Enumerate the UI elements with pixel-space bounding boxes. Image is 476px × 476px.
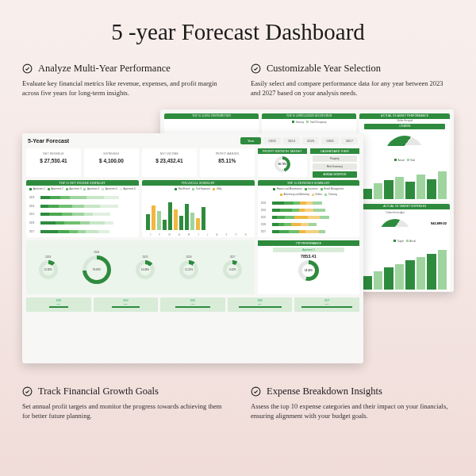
panel-income: TOP 10 NET INCOME SUMMARY Apartment 1Apa… — [26, 180, 139, 237]
feature-custom-year: Customizable Year Selection Easily selec… — [251, 63, 454, 98]
panel-budget: ACTUAL VS TARGET EXPENSES Under the budg… — [359, 204, 450, 291]
feature-desc: Set annual profit targets and monitor th… — [22, 401, 225, 421]
rent-summary-button[interactable]: Rent Summary — [313, 163, 357, 170]
feature-analyze: Analyze Multi-Year Performance Evaluate … — [22, 63, 225, 98]
kpi-expenses: EXPENSES $ 4,100.00 — [84, 148, 139, 177]
donut-icon: 38.78% — [274, 156, 290, 172]
feature-desc: Assess the top 10 expense categories and… — [251, 401, 454, 421]
feature-title: Expense Breakdown Insights — [267, 386, 382, 397]
page-title: 5 -year Forecast Dashboard — [22, 19, 454, 45]
progress-row: 202320%202430%202540%202650%202760% — [26, 298, 359, 312]
features-top: Analyze Multi-Year Performance Evaluate … — [22, 63, 454, 98]
feature-desc: Evaluate key financial metrics like reve… — [22, 79, 225, 98]
feature-track-growth: Track Financial Growth Goals Set annual … — [22, 386, 225, 421]
panel-head: TOP 10 ANNUALIZED OCCUPATION — [262, 113, 356, 119]
year-button[interactable]: Year — [240, 137, 261, 144]
feature-desc: Easily select and compare performance da… — [251, 79, 454, 98]
svg-point-1 — [251, 64, 260, 73]
growth-target: PROFIT GROWTH TARGET 38.78% — [258, 148, 307, 177]
dashboard-front: 5-Year Forecast Year 2023 2024 2025 2026… — [22, 133, 363, 363]
svg-point-3 — [251, 387, 260, 396]
year-tab[interactable]: 2026 — [321, 137, 338, 144]
property-button[interactable]: Property — [313, 155, 357, 162]
kpi-net-revenue: NET REVENUE $ 27,530.41 — [26, 148, 81, 177]
feature-title: Analyze Multi-Year Performance — [38, 63, 171, 75]
year-tab[interactable]: 2027 — [341, 137, 358, 144]
performance-row: 2023 12.32%2024 73.53%2025 14.34%2026 11… — [26, 240, 255, 294]
feature-title: Track Financial Growth Goals — [38, 386, 159, 397]
panel-financial: FINANCIAL SUMMARY Real Estate Trial Expe… — [142, 180, 255, 237]
check-circle-icon — [251, 63, 261, 74]
dashboard-title: 5-Year Forecast — [28, 138, 238, 144]
panel-head: TOP 10 AGING DISTRIBUTION — [164, 113, 259, 119]
panel-expenses: TOP 10 EXPENSES SUMMARY Repairs and Main… — [258, 180, 359, 237]
dashboard-view-buttons: DASHBOARD VIEW Property Rent Summary ANN… — [310, 148, 359, 177]
annual-incentive-button[interactable]: ANNUAL INCENTIVE — [313, 171, 357, 178]
donut-icon: 53.34% — [298, 260, 319, 281]
panel-asset: ACTUAL VS ASSET PERFORMANCE Under the go… — [359, 113, 450, 201]
year-tab[interactable]: 2024 — [283, 137, 300, 144]
check-circle-icon — [22, 386, 33, 397]
kpi-net-income: NET INCOME $ 23,432.41 — [142, 148, 197, 177]
check-circle-icon — [251, 386, 261, 397]
features-bottom: Track Financial Growth Goals Set annual … — [22, 386, 454, 421]
svg-point-2 — [23, 387, 32, 396]
feature-title: Customizable Year Selection — [267, 63, 381, 75]
check-circle-icon — [22, 63, 33, 74]
feature-expense-breakdown: Expense Breakdown Insights Assess the to… — [251, 386, 454, 421]
year-tab[interactable]: 2025 — [302, 137, 319, 144]
gauge-icon — [379, 219, 411, 235]
top-performance: TOP PERFORMANCE Apartment 2 7853.41 53.3… — [258, 240, 359, 294]
svg-point-0 — [23, 64, 32, 73]
gauge-icon — [385, 136, 424, 155]
kpi-profit-margin: PROFIT MARGIN 85.11% — [200, 148, 255, 177]
year-tab[interactable]: 2023 — [263, 137, 280, 144]
location-button[interactable]: LOCATION — [364, 124, 445, 129]
dashboard-preview: TOP 10 AGING DISTRIBUTION 12345678910 TO… — [22, 109, 454, 371]
